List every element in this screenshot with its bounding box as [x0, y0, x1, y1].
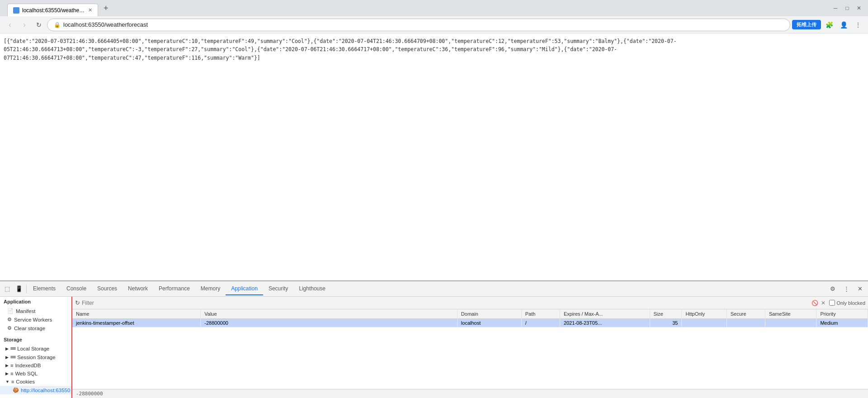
devtools-device-btn[interactable]: 📱	[13, 284, 25, 294]
sidebar-section-application: Application	[0, 297, 72, 307]
status-bar: -28800000	[72, 389, 868, 398]
json-output: [{"date":"2020-07-03T21:46:30.6664405+08…	[4, 38, 677, 61]
col-path[interactable]: Path	[521, 309, 560, 319]
new-tab-button[interactable]: +	[100, 4, 112, 13]
tab-console[interactable]: Console	[61, 283, 92, 295]
devtools-panel: ⬚ 📱 Elements Console Sources Network Per…	[0, 280, 868, 398]
sidebar-item-cookies-localhost[interactable]: 🍪 http://localhost:63550	[0, 386, 72, 394]
devtools-body: Application 📄 Manifest ⚙ Service Workers…	[0, 297, 868, 398]
tab-sources[interactable]: Sources	[92, 283, 123, 295]
reload-button[interactable]: ↻	[33, 19, 45, 31]
filter-clear-button[interactable]: ✕	[821, 300, 826, 306]
tab-elements[interactable]: Elements	[28, 283, 61, 295]
manifest-icon: 📄	[7, 308, 14, 314]
minimize-button[interactable]: ─	[830, 3, 841, 14]
browser-tab[interactable]: localhost:63550/weatherforec... ✕	[7, 4, 98, 16]
sidebar-item-session-storage[interactable]: ▶ ≡≡ Session Storage	[0, 353, 72, 361]
devtools-settings-btn[interactable]: ⚙	[826, 283, 839, 295]
devtools-inspect-btn[interactable]: ⬚	[2, 284, 13, 294]
tab-performance[interactable]: Performance	[153, 283, 195, 295]
filter-refresh-button[interactable]: ↻	[75, 299, 80, 306]
table-row[interactable]: jenkins-timestamper-offset -28800000 loc…	[72, 319, 868, 327]
col-samesite[interactable]: SameSite	[765, 309, 816, 319]
only-blocked-container: Only blocked	[829, 300, 865, 306]
cell-name: jenkins-timestamper-offset	[72, 319, 201, 327]
col-name[interactable]: Name	[72, 309, 201, 319]
tab-security[interactable]: Security	[263, 283, 293, 295]
back-button[interactable]: ‹	[4, 19, 16, 31]
cell-expires: 2021-08-23T05...	[560, 319, 650, 327]
local-storage-expand-icon: ▶	[5, 346, 9, 351]
sidebar-item-web-sql[interactable]: ▶ ≡ Web SQL	[0, 370, 72, 378]
filter-icon-btn-1[interactable]: 🚫	[810, 298, 819, 308]
indexeddb-expand-icon: ▶	[5, 363, 9, 368]
close-button[interactable]: ✕	[854, 3, 864, 14]
web-sql-expand-icon: ▶	[5, 371, 9, 376]
tab-memory[interactable]: Memory	[195, 283, 226, 295]
sidebar-item-indexeddb[interactable]: ▶ ≡ IndexedDB	[0, 361, 72, 370]
cell-samesite	[765, 319, 816, 327]
sidebar-item-service-workers[interactable]: ⚙ Service Workers	[0, 315, 72, 324]
profile-button[interactable]: 👤	[837, 19, 850, 31]
cell-domain: localhost	[457, 319, 521, 327]
devtools-close-btn[interactable]: ✕	[854, 283, 866, 295]
cell-size: 35	[650, 319, 682, 327]
devtools-more-btn[interactable]: ⋮	[840, 283, 853, 295]
secure-lock-icon: 🔒	[54, 22, 61, 28]
cookies-icon: ≡	[11, 379, 14, 384]
devtools-tabbar: ⬚ 📱 Elements Console Sources Network Per…	[0, 281, 868, 297]
sidebar-item-clear-storage[interactable]: ⚙ Clear storage	[0, 324, 72, 332]
sidebar-item-local-storage[interactable]: ▶ ≡≡ Local Storage	[0, 344, 72, 353]
col-priority[interactable]: Priority	[816, 309, 868, 319]
tab-favicon	[13, 7, 19, 14]
filter-bar: ↻ 🚫 ✕ Only blocked	[72, 297, 868, 309]
cell-path: /	[521, 319, 560, 327]
filter-input[interactable]	[82, 300, 808, 306]
tab-close-icon[interactable]: ✕	[88, 7, 92, 13]
status-value: -28800000	[76, 391, 103, 397]
devtools-main-panel: ↻ 🚫 ✕ Only blocked Name	[72, 297, 868, 398]
cookie-table: Name Value Domain Path Expires / Max-A..…	[72, 309, 868, 327]
col-size[interactable]: Size	[650, 309, 682, 319]
extensions-icon-button[interactable]: 🧩	[823, 19, 835, 31]
only-blocked-checkbox[interactable]	[829, 300, 835, 306]
sidebar-item-cookies[interactable]: ▼ ≡ Cookies	[0, 378, 72, 386]
web-sql-icon: ≡	[10, 371, 13, 376]
local-storage-db-icon: ≡≡	[10, 346, 15, 351]
cell-secure	[726, 319, 765, 327]
devtools-sidebar: Application 📄 Manifest ⚙ Service Workers…	[0, 297, 72, 398]
cookies-child-icon: 🍪	[13, 387, 19, 393]
forward-button[interactable]: ›	[18, 19, 31, 31]
cookie-table-container: Name Value Domain Path Expires / Max-A..…	[72, 309, 868, 389]
service-workers-icon: ⚙	[7, 317, 12, 322]
session-storage-db-icon: ≡≡	[10, 354, 15, 360]
tab-application[interactable]: Application	[226, 283, 263, 295]
tab-lighthouse[interactable]: Lighthouse	[293, 283, 331, 295]
cell-value: -28800000	[201, 319, 458, 327]
col-domain[interactable]: Domain	[457, 309, 521, 319]
address-bar[interactable]: 🔒 localhost:63550/weatherforecast	[47, 19, 790, 31]
col-expires[interactable]: Expires / Max-A...	[560, 309, 650, 319]
indexeddb-icon: ≡	[10, 363, 13, 368]
extension-button[interactable]: 拓维上传	[792, 20, 821, 29]
only-blocked-label[interactable]: Only blocked	[836, 300, 865, 306]
sidebar-section-storage: Storage	[0, 334, 72, 344]
url-text: localhost:63550/weatherforecast	[63, 21, 148, 28]
col-secure[interactable]: Secure	[726, 309, 765, 319]
col-value[interactable]: Value	[201, 309, 458, 319]
session-storage-expand-icon: ▶	[5, 355, 9, 360]
maximize-button[interactable]: □	[842, 3, 853, 14]
col-httponly[interactable]: HttpOnly	[682, 309, 726, 319]
page-content: [{"date":"2020-07-03T21:46:30.6664405+08…	[0, 33, 868, 280]
tab-title: localhost:63550/weatherforec...	[22, 7, 85, 14]
cell-httponly	[682, 319, 726, 327]
sidebar-item-manifest[interactable]: 📄 Manifest	[0, 307, 72, 315]
menu-button[interactable]: ⋮	[852, 19, 864, 31]
cell-priority: Medium	[816, 319, 868, 327]
clear-storage-icon: ⚙	[7, 325, 12, 331]
cookies-expand-icon: ▼	[5, 379, 9, 384]
tab-network[interactable]: Network	[123, 283, 153, 295]
